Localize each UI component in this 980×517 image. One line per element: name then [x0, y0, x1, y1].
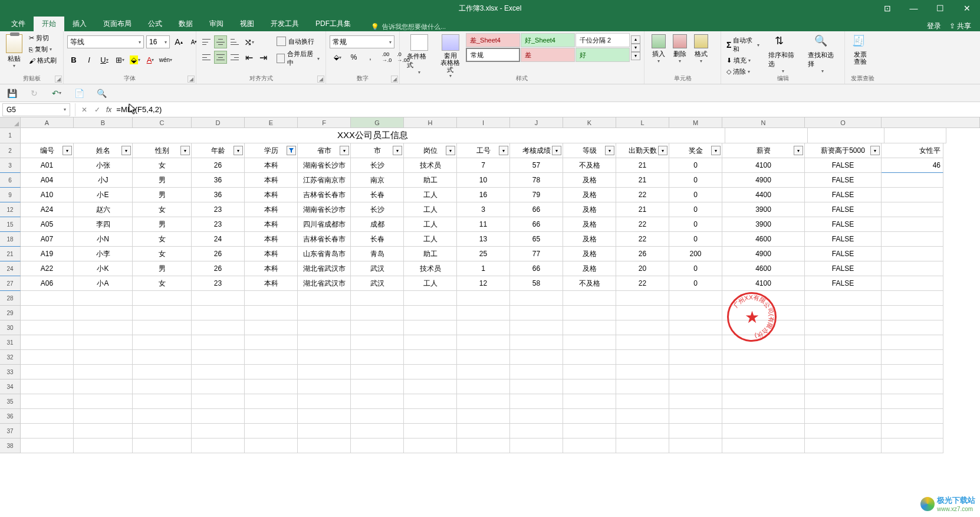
cell[interactable] — [74, 439, 133, 453]
cell[interactable]: 24 — [192, 232, 245, 247]
cell[interactable]: 本科 — [245, 202, 298, 217]
cell[interactable] — [245, 409, 298, 424]
cell[interactable]: 20 — [616, 261, 669, 276]
cell[interactable]: FALSE — [805, 188, 882, 202]
cell[interactable]: 本科 — [245, 261, 298, 276]
cell[interactable]: 青岛 — [351, 247, 404, 261]
cell[interactable]: 长春 — [351, 232, 404, 247]
cell[interactable]: FALSE — [805, 173, 882, 188]
cell[interactable]: 3900 — [722, 217, 805, 232]
cell[interactable] — [669, 350, 722, 365]
column-header-B[interactable]: B — [74, 117, 133, 127]
cell[interactable]: 21 — [616, 158, 669, 173]
autosum-button[interactable]: Σ自动求和▾ — [725, 35, 761, 54]
cell[interactable] — [457, 439, 510, 453]
column-header-I[interactable]: I — [457, 117, 510, 127]
cell[interactable]: 小N — [74, 232, 133, 247]
cell[interactable]: 0 — [669, 188, 722, 202]
column-header-J[interactable]: J — [510, 117, 563, 127]
cell-style-thousand[interactable]: 千位分隔 2 — [575, 33, 630, 47]
cell[interactable] — [133, 365, 192, 379]
cell[interactable]: 男 — [133, 217, 192, 232]
cell[interactable]: 江苏省南京市 — [298, 173, 351, 188]
cell[interactable] — [669, 291, 722, 306]
cell[interactable]: 0 — [669, 158, 722, 173]
cell[interactable] — [669, 306, 722, 320]
login-link[interactable]: 登录 — [927, 21, 941, 31]
align-top-button[interactable] — [200, 35, 213, 48]
cell[interactable] — [298, 306, 351, 320]
cell[interactable]: 小李 — [74, 247, 133, 261]
cell[interactable]: 本科 — [245, 188, 298, 202]
column-filter-5[interactable]: 省市▾ — [298, 143, 351, 158]
cell[interactable] — [351, 365, 404, 379]
cell[interactable]: 22 — [616, 217, 669, 232]
ribbon-tab-公式[interactable]: 公式 — [140, 17, 170, 31]
cell[interactable] — [192, 335, 245, 350]
cell[interactable]: 66 — [510, 202, 563, 217]
cell[interactable]: 工人 — [404, 188, 457, 202]
column-header-K[interactable]: K — [563, 117, 616, 127]
column-filter-12[interactable]: 奖金▾ — [669, 143, 722, 158]
cell[interactable] — [563, 306, 616, 320]
cell[interactable]: 成都 — [351, 217, 404, 232]
cell[interactable] — [404, 439, 457, 453]
cell[interactable] — [510, 424, 563, 439]
column-filter-6[interactable]: 市▾ — [351, 143, 404, 158]
cell[interactable]: 77 — [510, 247, 563, 261]
title-cell[interactable]: XXX公司员工信息 — [21, 128, 725, 143]
underline-button[interactable]: U▾ — [98, 53, 111, 66]
cell[interactable]: 四川省成都市 — [298, 217, 351, 232]
column-header-A[interactable]: A — [21, 117, 74, 127]
cell[interactable] — [457, 320, 510, 335]
cell[interactable] — [563, 394, 616, 409]
row-header[interactable]: 6 — [0, 173, 21, 188]
cell[interactable] — [510, 394, 563, 409]
cell[interactable]: 200 — [669, 247, 722, 261]
cell[interactable] — [133, 306, 192, 320]
cell[interactable] — [74, 379, 133, 394]
cell[interactable]: 0 — [669, 217, 722, 232]
cell[interactable] — [404, 291, 457, 306]
cell[interactable] — [616, 291, 669, 306]
cell[interactable]: 助工 — [404, 247, 457, 261]
font-size-select[interactable]: 16▾ — [146, 35, 170, 48]
cell[interactable]: 1 — [457, 261, 510, 276]
accounting-format-button[interactable]: ⬙▾ — [330, 51, 345, 64]
column-header-L[interactable]: L — [616, 117, 669, 127]
cell[interactable] — [21, 424, 74, 439]
column-header-D[interactable]: D — [192, 117, 245, 127]
cell[interactable]: 及格 — [563, 247, 616, 261]
column-filter-4[interactable]: 学历 — [245, 143, 298, 158]
cell[interactable] — [21, 335, 74, 350]
cell[interactable] — [351, 424, 404, 439]
cell[interactable]: 78 — [510, 173, 563, 188]
cell[interactable] — [133, 424, 192, 439]
border-button[interactable]: ⊞▾ — [113, 53, 126, 66]
cell[interactable]: 11 — [457, 217, 510, 232]
cell[interactable]: 长沙 — [351, 202, 404, 217]
cell[interactable] — [616, 335, 669, 350]
cell[interactable]: 13 — [457, 232, 510, 247]
cell[interactable]: FALSE — [805, 247, 882, 261]
align-bottom-button[interactable] — [228, 35, 241, 48]
cell[interactable] — [404, 409, 457, 424]
cell[interactable] — [351, 291, 404, 306]
cell[interactable] — [351, 350, 404, 365]
cell[interactable] — [722, 424, 805, 439]
ribbon-tab-插入[interactable]: 插入 — [64, 17, 95, 31]
cell[interactable] — [21, 350, 74, 365]
cell[interactable]: 不及格 — [563, 276, 616, 291]
align-left-button[interactable] — [200, 51, 213, 64]
extra-header-right[interactable]: 女性平 — [882, 143, 943, 158]
cell[interactable] — [510, 335, 563, 350]
cell[interactable]: 4600 — [722, 261, 805, 276]
fill-color-button[interactable]: ⬙▾ — [129, 53, 142, 66]
cell[interactable]: 武汉 — [351, 261, 404, 276]
font-dialog-launcher[interactable]: ◢ — [188, 76, 195, 83]
cell-style-good[interactable]: 好 — [575, 48, 630, 62]
column-header-N[interactable]: N — [722, 117, 805, 127]
cell[interactable]: 及格 — [563, 202, 616, 217]
cell[interactable] — [805, 306, 882, 320]
cell[interactable] — [669, 379, 722, 394]
